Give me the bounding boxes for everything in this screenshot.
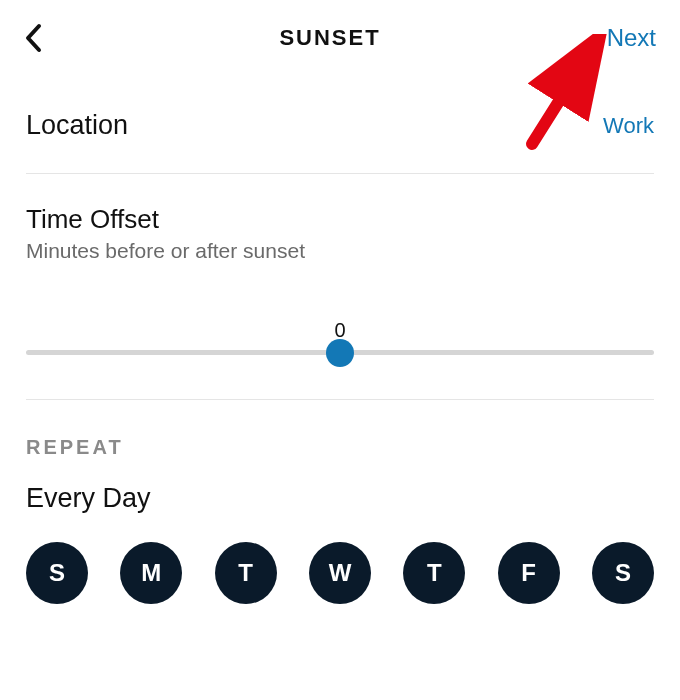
- day-friday[interactable]: F: [498, 542, 560, 604]
- time-offset-subtitle: Minutes before or after sunset: [26, 239, 654, 263]
- location-value[interactable]: Work: [603, 113, 654, 139]
- day-thursday[interactable]: T: [403, 542, 465, 604]
- day-saturday[interactable]: S: [592, 542, 654, 604]
- time-offset-title: Time Offset: [26, 204, 654, 235]
- day-wednesday[interactable]: W: [309, 542, 371, 604]
- location-row[interactable]: Location Work: [0, 72, 680, 173]
- header: SUNSET Next: [0, 0, 680, 72]
- next-button[interactable]: Next: [596, 24, 656, 52]
- repeat-section: REPEAT Every Day S M T W T F S: [0, 400, 680, 604]
- chevron-left-icon: [24, 23, 42, 53]
- time-offset-slider-wrap: 0: [0, 263, 680, 399]
- time-offset-slider[interactable]: [26, 350, 654, 355]
- time-offset-section: Time Offset Minutes before or after suns…: [0, 174, 680, 263]
- page-title: SUNSET: [64, 25, 596, 51]
- day-tuesday[interactable]: T: [215, 542, 277, 604]
- location-label: Location: [26, 110, 128, 141]
- repeat-section-label: REPEAT: [26, 436, 654, 459]
- day-sunday[interactable]: S: [26, 542, 88, 604]
- repeat-value: Every Day: [26, 483, 654, 514]
- slider-thumb[interactable]: [326, 339, 354, 367]
- back-button[interactable]: [24, 18, 64, 58]
- day-selector: S M T W T F S: [26, 542, 654, 604]
- day-monday[interactable]: M: [120, 542, 182, 604]
